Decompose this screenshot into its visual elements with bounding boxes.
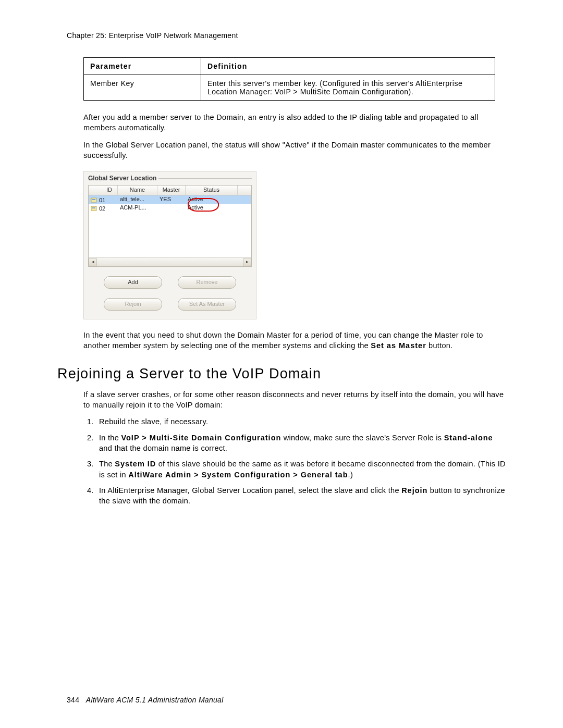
cell-name: ACM-PL...: [118, 204, 157, 212]
listview-header: ID Name Master Status: [89, 186, 251, 195]
table-cell-def: Enter this server's member key. (Configu…: [201, 75, 495, 101]
list-item[interactable]: 01 alti_tele... YES Active: [89, 195, 251, 204]
table-head-parameter: Parameter: [84, 58, 201, 75]
table-row: Member Key Enter this server's member ke…: [84, 75, 495, 101]
col-header-id[interactable]: ID: [89, 186, 118, 195]
paragraph: If a slave server crashes, or for some o…: [83, 389, 506, 411]
paragraph: After you add a member server to the Dom…: [83, 112, 506, 133]
svg-rect-3: [92, 207, 95, 208]
list-item: In the VoIP > Multi-Site Domain Configur…: [96, 433, 506, 454]
panel-title: Global Server Location: [88, 175, 158, 182]
scroll-right-icon[interactable]: ▸: [243, 258, 251, 266]
svg-rect-1: [92, 199, 95, 200]
set-as-master-button[interactable]: Set As Master: [178, 298, 236, 311]
col-header-status[interactable]: Status: [186, 186, 238, 195]
cell-name: alti_tele...: [118, 195, 157, 204]
list-item: The System ID of this slave should be th…: [96, 459, 506, 480]
cell-id: 01: [99, 197, 105, 203]
paragraph: In the event that you need to shut down …: [83, 330, 506, 351]
cell-status: Active: [186, 195, 238, 204]
list-item: In AltiEnterprise Manager, Global Server…: [96, 485, 506, 507]
remove-button[interactable]: Remove: [178, 276, 236, 289]
server-icon: [91, 205, 98, 212]
rejoin-button[interactable]: Rejoin: [104, 298, 162, 311]
list-item[interactable]: 02 ACM-PL... Active: [89, 204, 251, 212]
page-footer: 344 AltiWare ACM 5.1 Administration Manu…: [67, 696, 224, 704]
paragraph: In the Global Server Location panel, the…: [83, 140, 506, 161]
page-number: 344: [67, 696, 79, 704]
col-header-name[interactable]: Name: [118, 186, 157, 195]
rejoin-steps-list: Rebuild the slave, if necessary. In the …: [83, 416, 506, 506]
horizontal-scrollbar[interactable]: ◂ ▸: [89, 257, 251, 266]
chapter-header: Chapter 25: Enterprise VoIP Network Mana…: [67, 31, 506, 40]
scroll-left-icon[interactable]: ◂: [89, 258, 97, 266]
server-icon: [91, 197, 98, 203]
table-cell-param: Member Key: [84, 75, 201, 101]
cell-id: 02: [99, 205, 105, 212]
cell-status: Active: [186, 204, 238, 212]
list-item: Rebuild the slave, if necessary.: [96, 416, 506, 427]
parameter-table: Parameter Definition Member Key Enter th…: [83, 57, 495, 101]
manual-title: AltiWare ACM 5.1 Administration Manual: [86, 696, 224, 704]
section-heading-rejoin: Rejoining a Server to the VoIP Domain: [57, 366, 506, 382]
global-server-location-panel: Global Server Location ID Name Master St…: [83, 171, 256, 319]
cell-master: [157, 204, 186, 212]
panel-title-line: [158, 178, 252, 179]
server-listview[interactable]: ID Name Master Status 01 alti_tele... YE…: [88, 185, 252, 267]
table-head-definition: Definition: [201, 58, 495, 75]
add-button[interactable]: Add: [104, 276, 162, 289]
col-header-master[interactable]: Master: [157, 186, 186, 195]
cell-master: YES: [157, 195, 186, 204]
